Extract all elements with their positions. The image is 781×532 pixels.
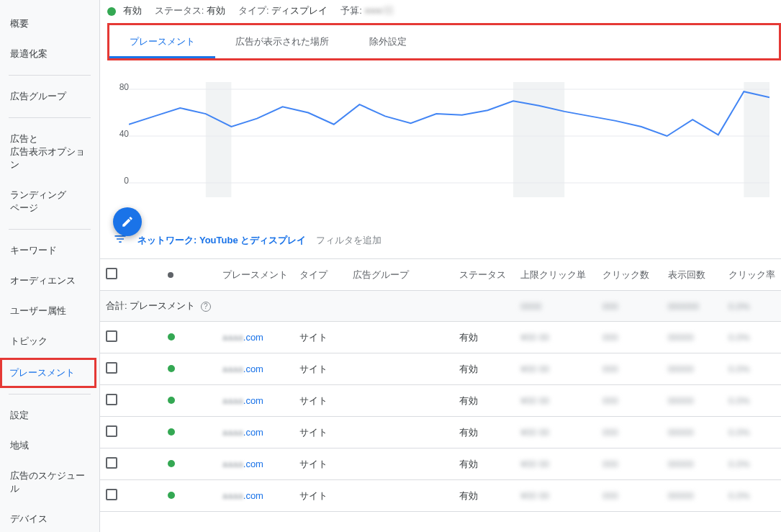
main: 有効 ステータス: 有効 タイプ: ディスプレイ 予算: ●●●/日 プレースメ…	[100, 0, 781, 532]
col-header-2[interactable]: プレースメント	[217, 259, 294, 291]
svg-rect-0	[206, 82, 232, 197]
sidebar-item-devices[interactable]: デバイス	[0, 504, 99, 532]
placement-link[interactable]: aaaa.com	[217, 322, 294, 353]
table-row[interactable]: aaaa.comサイト有効¥00 00000000000.0%	[100, 353, 781, 385]
sidebar-item-audiences[interactable]: オーディエンス	[0, 266, 99, 296]
sidebar-item-schedule[interactable]: 広告のスケジュール	[0, 461, 99, 504]
col-header-3[interactable]: タイプ	[294, 259, 347, 291]
sidebar-item-recommendations[interactable]: 最適化案	[0, 39, 99, 69]
sidebar-item-placements[interactable]: プレースメント	[0, 358, 96, 388]
status-enabled: 有効	[107, 4, 142, 17]
cell-type: サイト	[294, 417, 347, 448]
svg-rect-2	[744, 82, 769, 197]
placements-tabs: プレースメント広告が表示された場所除外設定	[107, 23, 781, 60]
placement-link[interactable]: aaaa.com	[217, 353, 294, 385]
summary-label: 合計: プレースメント ?	[100, 291, 217, 322]
table-row[interactable]: aaaa.comサイト有効¥00 00000000000.0%	[100, 385, 781, 417]
add-fab[interactable]	[113, 207, 142, 236]
placement-link[interactable]: aaaa.com	[217, 417, 294, 448]
status-dot-icon	[168, 333, 175, 341]
add-filter[interactable]: フィルタを追加	[316, 234, 382, 247]
col-header-6[interactable]: 上限クリック単	[515, 259, 597, 291]
row-checkbox[interactable]	[106, 425, 117, 437]
sidebar-item-demographics[interactable]: ユーザー属性	[0, 296, 99, 326]
col-header-7[interactable]: クリック数	[597, 259, 662, 291]
row-checkbox[interactable]	[106, 489, 117, 500]
cell-type: サイト	[294, 385, 347, 417]
placement-link[interactable]: aaaa.com	[217, 385, 294, 417]
type-kv: タイプ: ディスプレイ	[238, 4, 328, 17]
cell-type: サイト	[294, 448, 347, 480]
sidebar: 概要最適化案広告グループ広告と 広告表示オプションランディング ページキーワード…	[0, 0, 100, 532]
status-dot-icon	[168, 365, 175, 372]
pencil-icon	[121, 215, 134, 228]
status-dot-icon	[168, 428, 175, 436]
select-all-checkbox[interactable]	[106, 268, 117, 279]
sidebar-item-locations[interactable]: 地域	[0, 430, 99, 461]
col-header-8[interactable]: 表示回数	[662, 259, 723, 291]
chart: 04080	[100, 60, 781, 219]
cell-status: 有効	[453, 353, 515, 385]
status-dot-icon	[107, 7, 116, 16]
svg-rect-1	[513, 82, 564, 197]
cell-status: 有効	[453, 385, 515, 417]
tab-1[interactable]: 広告が表示された場所	[215, 25, 349, 58]
row-checkbox[interactable]	[106, 394, 117, 405]
row-checkbox[interactable]	[106, 362, 117, 374]
sidebar-item-overview[interactable]: 概要	[0, 9, 99, 39]
cell-status: 有効	[453, 448, 515, 480]
placements-table: プレースメントタイプ広告グループステータス上限クリック単クリック数表示回数クリッ…	[100, 258, 781, 512]
budget-kv: 予算: ●●●/日	[340, 4, 393, 17]
filter-row: ネットワーク: YouTube とディスプレイ フィルタを追加	[100, 219, 781, 258]
cell-type: サイト	[294, 322, 347, 353]
status-dot-icon	[168, 397, 175, 404]
cell-status: 有効	[453, 322, 515, 353]
placement-link[interactable]: aaaa.com	[217, 448, 294, 480]
network-filter[interactable]: ネットワーク: YouTube とディスプレイ	[137, 234, 306, 247]
status-kv: ステータス: 有効	[155, 4, 225, 17]
status-col-icon	[168, 272, 173, 278]
table-row[interactable]: aaaa.comサイト有効¥00 00000000000.0%	[100, 448, 781, 480]
sidebar-item-topics[interactable]: トピック	[0, 326, 99, 356]
sidebar-item-settings[interactable]: 設定	[0, 400, 99, 430]
sidebar-item-landing[interactable]: ランディング ページ	[0, 180, 99, 223]
col-header-4[interactable]: 広告グループ	[347, 259, 453, 291]
row-checkbox[interactable]	[106, 330, 117, 342]
cell-status: 有効	[453, 480, 515, 512]
col-header-0[interactable]	[100, 259, 162, 291]
status-dot-icon	[168, 460, 175, 467]
table-row[interactable]: aaaa.comサイト有効¥00 00000000000.0%	[100, 480, 781, 512]
campaign-status-bar: 有効 ステータス: 有効 タイプ: ディスプレイ 予算: ●●●/日	[100, 0, 781, 19]
sidebar-item-keywords[interactable]: キーワード	[0, 235, 99, 266]
row-checkbox[interactable]	[106, 457, 117, 469]
status-dot-icon	[168, 492, 175, 499]
tab-0[interactable]: プレースメント	[109, 25, 215, 58]
placement-link[interactable]: aaaa.com	[217, 480, 294, 512]
table-row[interactable]: aaaa.comサイト有効¥00 00000000000.0%	[100, 322, 781, 353]
col-header-9[interactable]: クリック率	[723, 259, 781, 291]
sidebar-item-ads-extensions[interactable]: 広告と 広告表示オプション	[0, 124, 99, 180]
col-header-5[interactable]: ステータス	[453, 259, 515, 291]
cell-type: サイト	[294, 480, 347, 512]
tab-2[interactable]: 除外設定	[349, 25, 427, 58]
cell-status: 有効	[453, 417, 515, 448]
cell-type: サイト	[294, 353, 347, 385]
help-icon[interactable]: ?	[201, 302, 211, 312]
sidebar-item-adgroups[interactable]: 広告グループ	[0, 81, 99, 112]
col-header-1[interactable]	[162, 259, 217, 291]
table-row[interactable]: aaaa.comサイト有効¥00 00000000000.0%	[100, 417, 781, 448]
